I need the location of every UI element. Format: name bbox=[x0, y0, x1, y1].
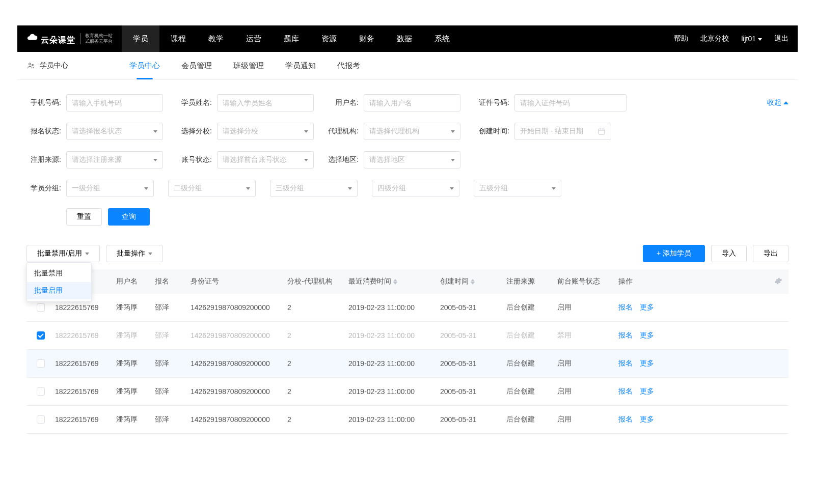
row-more-link[interactable]: 更多 bbox=[640, 303, 654, 311]
cell-source: 后台创建 bbox=[506, 415, 557, 424]
nav-data[interactable]: 数据 bbox=[386, 25, 423, 52]
help-link[interactable]: 帮助 bbox=[674, 34, 688, 43]
cell-last: 2019-02-23 11:00:00 bbox=[348, 387, 440, 396]
batch-ops-dropdown[interactable]: 批量操作 bbox=[106, 245, 163, 262]
row-checkbox[interactable] bbox=[37, 303, 45, 312]
nav-resource[interactable]: 资源 bbox=[310, 25, 348, 52]
cell-last: 2019-02-23 11:00:00 bbox=[348, 415, 440, 424]
add-student-button[interactable]: + 添加学员 bbox=[643, 245, 705, 262]
row-enroll-link[interactable]: 报名 bbox=[618, 359, 633, 367]
cell-username: 潘筠厚 bbox=[116, 415, 155, 424]
nav-operate[interactable]: 运营 bbox=[235, 25, 273, 52]
input-idno[interactable] bbox=[514, 94, 627, 111]
row-checkbox[interactable] bbox=[37, 359, 45, 368]
input-username[interactable] bbox=[364, 94, 460, 111]
cell-username: 潘筠厚 bbox=[116, 331, 155, 340]
subnav-class[interactable]: 班级管理 bbox=[233, 52, 264, 79]
subnav-notify[interactable]: 学员通知 bbox=[285, 52, 316, 79]
select-branch[interactable]: 请选择分校 bbox=[217, 123, 314, 140]
nav-question-bank[interactable]: 题库 bbox=[273, 25, 310, 52]
user-menu[interactable]: lijt01 bbox=[741, 35, 762, 43]
row-checkbox[interactable] bbox=[37, 331, 45, 340]
nav-teaching[interactable]: 教学 bbox=[197, 25, 235, 52]
batch-toggle-dropdown[interactable]: 批量禁用/启用 bbox=[26, 245, 100, 262]
col-last-spend[interactable]: 最近消费时间 bbox=[348, 277, 440, 286]
page-title: 学员中心 bbox=[26, 61, 68, 70]
col-created[interactable]: 创建时间 bbox=[440, 277, 506, 286]
cell-phone: 18222615769 bbox=[55, 415, 116, 424]
select-group-lv2[interactable]: 二级分组 bbox=[168, 180, 256, 197]
cell-ops: 报名更多 bbox=[618, 359, 768, 368]
row-more-link[interactable]: 更多 bbox=[640, 387, 654, 395]
top-navbar: 云朵课堂 教育机构一站式服务云平台 学员 课程 教学 运营 题库 资源 财务 数… bbox=[17, 25, 798, 52]
select-source[interactable]: 请选择注册来源 bbox=[66, 151, 163, 169]
label-username: 用户名: bbox=[328, 98, 359, 107]
chevron-down-icon bbox=[153, 130, 157, 133]
batch-enable-item[interactable]: 批量启用 bbox=[27, 282, 91, 299]
logout-link[interactable]: 退出 bbox=[774, 34, 789, 43]
row-checkbox[interactable] bbox=[37, 387, 45, 396]
row-enroll-link[interactable]: 报名 bbox=[618, 331, 633, 339]
cell-last: 2019-02-23 11:00:00 bbox=[348, 331, 440, 340]
daterange-created[interactable]: 开始日期 - 结束日期 bbox=[514, 123, 611, 140]
col-acct: 前台账号状态 bbox=[557, 277, 618, 286]
search-button[interactable]: 查询 bbox=[108, 208, 150, 226]
subnav-member[interactable]: 会员管理 bbox=[181, 52, 212, 79]
table-row: 18222615769潘筠厚邵泽142629198708092000002201… bbox=[26, 294, 789, 322]
cell-enroll: 邵泽 bbox=[155, 331, 191, 340]
cell-source: 后台创建 bbox=[506, 359, 557, 368]
import-button[interactable]: 导入 bbox=[711, 245, 747, 262]
nav-students[interactable]: 学员 bbox=[122, 25, 159, 52]
select-group-lv3[interactable]: 三级分组 bbox=[270, 180, 358, 197]
cell-username: 潘筠厚 bbox=[116, 387, 155, 396]
branch-switch[interactable]: 北京分校 bbox=[700, 34, 729, 43]
label-region: 选择地区: bbox=[328, 155, 359, 164]
select-group-lv4[interactable]: 四级分组 bbox=[372, 180, 459, 197]
select-acct[interactable]: 请选择前台账号状态 bbox=[217, 151, 314, 169]
chevron-down-icon bbox=[348, 187, 352, 190]
chevron-down-icon bbox=[304, 159, 308, 161]
cell-idno: 14262919870809200000 bbox=[191, 303, 287, 312]
nav-finance[interactable]: 财务 bbox=[348, 25, 386, 52]
cell-last: 2019-02-23 11:00:00 bbox=[348, 303, 440, 312]
row-more-link[interactable]: 更多 bbox=[640, 415, 654, 423]
user-group-icon bbox=[26, 62, 35, 70]
cell-idno: 14262919870809200000 bbox=[191, 387, 287, 396]
row-enroll-link[interactable]: 报名 bbox=[618, 303, 633, 311]
cell-last: 2019-02-23 11:00:00 bbox=[348, 359, 440, 368]
nav-courses[interactable]: 课程 bbox=[159, 25, 197, 52]
select-agency[interactable]: 请选择代理机构 bbox=[364, 123, 460, 140]
chevron-down-icon bbox=[148, 253, 152, 255]
cell-username: 潘筠厚 bbox=[116, 303, 155, 312]
cell-acct: 启用 bbox=[557, 387, 618, 396]
row-checkbox[interactable] bbox=[37, 415, 45, 424]
select-enroll-status[interactable]: 请选择报名状态 bbox=[66, 123, 163, 140]
input-phone[interactable] bbox=[66, 94, 163, 111]
row-more-link[interactable]: 更多 bbox=[640, 359, 654, 367]
subnav-exam[interactable]: 代报考 bbox=[337, 52, 360, 79]
row-enroll-link[interactable]: 报名 bbox=[618, 387, 633, 395]
table-settings-button[interactable] bbox=[768, 277, 789, 287]
reset-button[interactable]: 重置 bbox=[66, 208, 102, 226]
row-enroll-link[interactable]: 报名 bbox=[618, 415, 633, 423]
label-name: 学员姓名: bbox=[177, 98, 212, 107]
cell-created: 2005-05-31 bbox=[440, 359, 506, 368]
cell-idno: 14262919870809200000 bbox=[191, 415, 287, 424]
select-group-lv1[interactable]: 一级分组 bbox=[66, 180, 154, 197]
row-more-link[interactable]: 更多 bbox=[640, 331, 654, 339]
select-region[interactable]: 请选择地区 bbox=[364, 151, 460, 169]
label-enroll-status: 报名状态: bbox=[26, 127, 61, 136]
input-name[interactable] bbox=[217, 94, 314, 111]
top-nav: 学员 课程 教学 运营 题库 资源 财务 数据 系统 bbox=[122, 25, 461, 52]
nav-system[interactable]: 系统 bbox=[423, 25, 461, 52]
batch-disable-item[interactable]: 批量禁用 bbox=[27, 265, 91, 282]
chevron-down-icon bbox=[552, 187, 556, 190]
col-idno: 身份证号 bbox=[191, 277, 287, 286]
collapse-toggle[interactable]: 收起 bbox=[767, 98, 789, 107]
cell-phone: 18222615769 bbox=[55, 387, 116, 396]
export-button[interactable]: 导出 bbox=[753, 245, 789, 262]
select-group-lv5[interactable]: 五级分组 bbox=[474, 180, 561, 197]
cell-acct: 启用 bbox=[557, 415, 618, 424]
cell-created: 2005-05-31 bbox=[440, 303, 506, 312]
subnav-student-center[interactable]: 学员中心 bbox=[129, 52, 160, 79]
